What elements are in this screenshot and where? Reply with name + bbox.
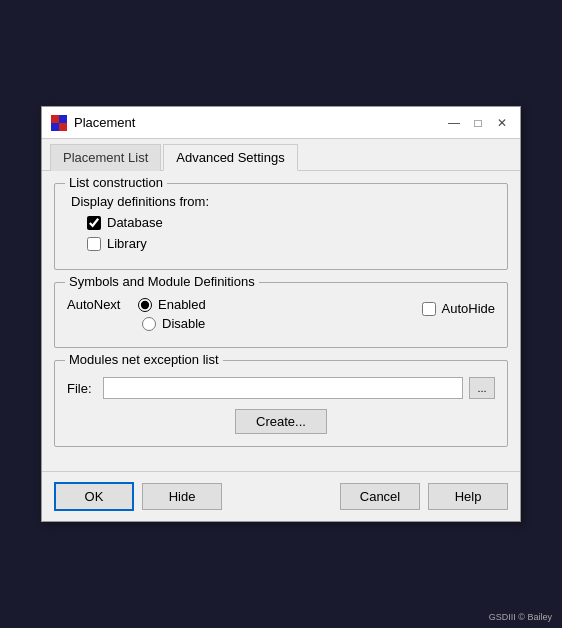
modules-net-label: Modules net exception list [65, 352, 223, 367]
svg-rect-2 [59, 115, 67, 123]
title-bar-left: Placement [50, 114, 135, 132]
display-from-label: Display definitions from: [71, 194, 495, 209]
symbols-modules-label: Symbols and Module Definitions [65, 274, 259, 289]
create-row: Create... [67, 409, 495, 434]
help-button[interactable]: Help [428, 483, 508, 510]
file-label: File: [67, 381, 97, 396]
cancel-button[interactable]: Cancel [340, 483, 420, 510]
svg-rect-1 [51, 123, 59, 131]
file-row: File: ... [67, 377, 495, 399]
content-area: List construction Display definitions fr… [42, 171, 520, 471]
hide-button[interactable]: Hide [142, 483, 222, 510]
autohide-section: AutoHide [422, 293, 495, 316]
autonext-disable-row: Disable [142, 316, 402, 331]
symbols-modules-group: Symbols and Module Definitions AutoNext … [54, 282, 508, 348]
database-checkbox[interactable] [87, 216, 101, 230]
autonext-enabled-row: AutoNext Enabled [67, 297, 402, 312]
autonext-label: AutoNext [67, 297, 132, 312]
create-button[interactable]: Create... [235, 409, 327, 434]
watermark: GSDIII © Bailey [489, 612, 552, 622]
library-label: Library [107, 236, 147, 251]
title-bar: Placement — □ ✕ [42, 107, 520, 139]
autohide-row: AutoHide [422, 301, 495, 316]
list-construction-label: List construction [65, 175, 167, 190]
main-window: Placement — □ ✕ Placement List Advanced … [41, 106, 521, 522]
library-checkbox[interactable] [87, 237, 101, 251]
disable-label: Disable [162, 316, 205, 331]
svg-rect-3 [59, 123, 67, 131]
autohide-checkbox[interactable] [422, 302, 436, 316]
enabled-label: Enabled [158, 297, 206, 312]
svg-rect-0 [51, 115, 59, 123]
enabled-radio[interactable] [138, 298, 152, 312]
two-col-layout: AutoNext Enabled Disable AutoHide [67, 293, 495, 335]
library-row: Library [87, 236, 495, 251]
ok-button[interactable]: OK [54, 482, 134, 511]
database-row: Database [87, 215, 495, 230]
close-button[interactable]: ✕ [492, 113, 512, 133]
disable-radio[interactable] [142, 317, 156, 331]
maximize-button[interactable]: □ [468, 113, 488, 133]
database-label: Database [107, 215, 163, 230]
window-title: Placement [74, 115, 135, 130]
modules-net-group: Modules net exception list File: ... Cre… [54, 360, 508, 447]
autohide-label: AutoHide [442, 301, 495, 316]
title-controls: — □ ✕ [444, 113, 512, 133]
file-input[interactable] [103, 377, 463, 399]
list-construction-group: List construction Display definitions fr… [54, 183, 508, 270]
autonext-section: AutoNext Enabled Disable [67, 293, 402, 335]
tab-bar: Placement List Advanced Settings [42, 139, 520, 171]
minimize-button[interactable]: — [444, 113, 464, 133]
tab-placement-list[interactable]: Placement List [50, 144, 161, 171]
tab-advanced-settings[interactable]: Advanced Settings [163, 144, 297, 171]
app-icon [50, 114, 68, 132]
browse-button[interactable]: ... [469, 377, 495, 399]
bottom-bar: OK Hide Cancel Help [42, 471, 520, 521]
